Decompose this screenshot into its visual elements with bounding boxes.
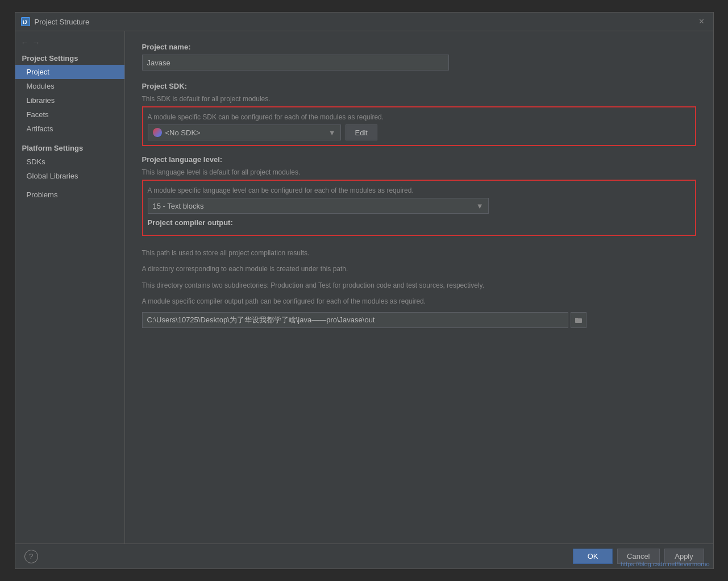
compiler-desc4: A module specific compiler output path c… xyxy=(142,296,696,307)
help-button[interactable]: ? xyxy=(24,550,38,563)
edit-sdk-button[interactable]: Edit xyxy=(346,125,377,140)
compiler-desc2: A directory corresponding to each module… xyxy=(142,263,696,275)
svg-rect-3 xyxy=(575,318,578,319)
sidebar-item-facets[interactable]: Facets xyxy=(15,107,124,122)
dialog-body: ← → Project Settings Project Modules Lib… xyxy=(15,31,713,543)
project-name-input[interactable] xyxy=(142,55,449,70)
project-name-label: Project name: xyxy=(142,43,696,51)
compiler-desc1: This path is used to store all project c… xyxy=(142,247,696,259)
lang-level-group: Project language level: This language le… xyxy=(142,155,696,236)
nav-forward-button[interactable]: → xyxy=(32,38,40,47)
folder-icon xyxy=(575,316,583,324)
watermark: https://blog.csdn.net/fevermomo xyxy=(621,561,710,567)
platform-settings-label: Platform Settings xyxy=(15,140,124,155)
project-structure-dialog: IJ Project Structure × ← → Project Setti… xyxy=(15,12,714,569)
compiler-output-label-inline: Project compiler output: xyxy=(148,218,690,227)
titlebar: IJ Project Structure × xyxy=(15,13,713,31)
project-sdk-section: Project SDK: This SDK is default for all… xyxy=(142,82,696,146)
project-name-group: Project name: xyxy=(142,43,696,70)
footer-left: ? xyxy=(24,550,38,563)
app-icon: IJ xyxy=(21,17,30,26)
compiler-path-input[interactable] xyxy=(142,312,568,328)
compiler-desc3: This directory contains two subdirectori… xyxy=(142,280,696,291)
sdk-selected-value: <No SDK> xyxy=(165,128,201,137)
lang-desc2: A module specific language level can be … xyxy=(148,185,690,196)
sdk-dropdown-arrow-icon: ▼ xyxy=(328,128,336,137)
dialog-title: Project Structure xyxy=(35,18,696,26)
compiler-output-group: This path is used to store all project c… xyxy=(142,247,696,328)
sdk-red-box: A module specific SDK can be configured … xyxy=(142,106,696,146)
dialog-footer: ? OK Cancel Apply xyxy=(15,543,713,568)
lang-red-box: A module specific language level can be … xyxy=(142,180,696,236)
project-settings-label: Project Settings xyxy=(15,51,124,65)
nav-row: ← → xyxy=(15,36,124,49)
sdk-desc1: This SDK is default for all project modu… xyxy=(142,94,696,104)
lang-desc1: This language level is default for all p… xyxy=(142,167,696,177)
main-content: Project name: Project SDK: This SDK is d… xyxy=(125,31,713,543)
lang-selected-value: 15 - Text blocks xyxy=(153,202,204,210)
sdk-dropdown[interactable]: <No SDK> ▼ xyxy=(148,125,341,140)
lang-dropdown-arrow-icon: ▼ xyxy=(476,202,484,210)
nav-back-button[interactable]: ← xyxy=(21,38,29,47)
sidebar: ← → Project Settings Project Modules Lib… xyxy=(15,31,125,543)
sidebar-item-artifacts[interactable]: Artifacts xyxy=(15,122,124,136)
sidebar-divider1 xyxy=(15,136,124,140)
folder-browse-button[interactable] xyxy=(571,312,586,328)
lang-label: Project language level: xyxy=(142,155,696,164)
sidebar-item-sdks[interactable]: SDKs xyxy=(15,155,124,169)
compiler-output-row xyxy=(142,312,696,328)
sidebar-item-libraries[interactable]: Libraries xyxy=(15,93,124,107)
sidebar-item-problems[interactable]: Problems xyxy=(15,188,124,202)
sdk-label: Project SDK: xyxy=(142,82,696,90)
svg-rect-2 xyxy=(575,318,582,323)
close-button[interactable]: × xyxy=(696,16,708,27)
ok-button[interactable]: OK xyxy=(573,549,613,564)
lang-dropdown[interactable]: 15 - Text blocks ▼ xyxy=(148,198,489,214)
sidebar-item-project[interactable]: Project xyxy=(15,65,124,79)
sidebar-item-modules[interactable]: Modules xyxy=(15,79,124,93)
sidebar-divider2 xyxy=(15,183,124,188)
sdk-row: <No SDK> ▼ Edit xyxy=(148,125,690,140)
svg-text:IJ: IJ xyxy=(23,19,27,25)
sdk-icon xyxy=(153,128,162,137)
sidebar-item-global-libraries[interactable]: Global Libraries xyxy=(15,169,124,183)
sdk-desc2: A module specific SDK can be configured … xyxy=(148,112,690,122)
